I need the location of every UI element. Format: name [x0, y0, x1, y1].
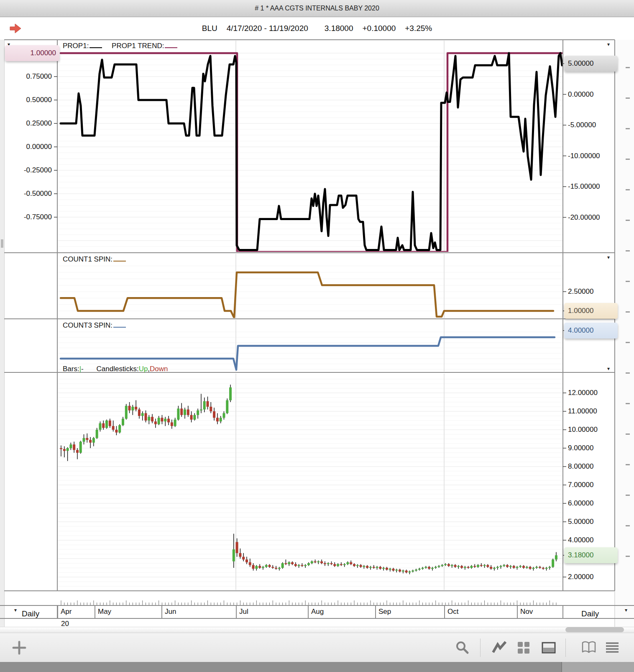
- month-label: Oct: [444, 606, 517, 618]
- prop1-header: PROP1: PROP1 TREND:: [63, 42, 178, 50]
- search-icon[interactable]: [454, 639, 470, 656]
- clipped-neighbor-fragment: [626, 556, 630, 557]
- bars-label[interactable]: Bars:: [63, 365, 79, 373]
- change-label: +0.10000: [362, 24, 396, 33]
- clipped-neighbor-fragment: [626, 342, 630, 343]
- prop1-right-axis-menu-icon[interactable]: ▾: [607, 42, 610, 47]
- axis-tick-label: 8.00000: [568, 462, 614, 471]
- axis-tick-label: -0.75000: [6, 213, 52, 222]
- axis-tick-label: -10.00000: [568, 151, 614, 161]
- right-window-edge: [616, 40, 634, 627]
- clipped-neighbor-fragment: [626, 495, 630, 496]
- axis-tick-label: -15.00000: [568, 182, 614, 191]
- count1-line-swatch: [113, 255, 126, 262]
- change-percent-label: +3.25%: [405, 24, 432, 33]
- toolbar-separator: [565, 639, 566, 657]
- charts-canvas: [0, 0, 634, 672]
- left-edge-mark: [1, 239, 3, 248]
- count3-label[interactable]: COUNT3 SPIN:: [63, 321, 112, 329]
- info-bar: BLU 4/17/2020 - 11/19/2020 3.18000 +0.10…: [0, 17, 634, 40]
- book-icon[interactable]: [580, 639, 597, 656]
- axis-tick-label: 9.00000: [568, 444, 614, 453]
- axis-tick-label: -5.00000: [568, 121, 614, 130]
- price-axis-menu-icon[interactable]: ▾: [607, 366, 610, 371]
- axis-tick-label: 10.00000: [568, 425, 614, 434]
- bars-dash-glyph: -: [81, 365, 84, 373]
- month-label: Apr: [57, 606, 95, 618]
- bottom-toolbar: [0, 633, 634, 662]
- axis-highlight-value: 5.00000: [564, 56, 618, 72]
- count3-line-swatch: [113, 321, 126, 328]
- month-label: Sep: [375, 606, 444, 618]
- clipped-neighbor-fragment: [626, 464, 630, 465]
- date-range-label: 4/17/2020 - 11/19/2020: [227, 24, 308, 33]
- month-label: Jul: [236, 606, 308, 618]
- axis-tick-label: 6.00000: [568, 499, 614, 508]
- clipped-neighbor-fragment: [626, 372, 630, 374]
- clipped-neighbor-fragment: [626, 433, 630, 435]
- axis-tick-label: 0.25000: [6, 119, 52, 128]
- period-selector-left[interactable]: Daily: [22, 609, 39, 618]
- bottom-status-bar: [0, 662, 634, 672]
- prop1-label[interactable]: PROP1:: [63, 42, 89, 50]
- window-title: # 1 * AAA CGTS INTERNALS BABY 2020: [255, 5, 379, 12]
- prop1-line-swatch: [89, 42, 102, 48]
- clipped-neighbor-fragment: [626, 525, 630, 526]
- clipped-neighbor-fragment: [626, 97, 630, 99]
- left-window-edge: [0, 40, 5, 627]
- count3-header: COUNT3 SPIN:: [63, 321, 127, 330]
- axis-tick-label: 4.00000: [568, 536, 614, 545]
- app-window: # 1 * AAA CGTS INTERNALS BABY 2020 BLU 4…: [0, 0, 634, 672]
- add-button[interactable]: [11, 639, 28, 656]
- clipped-neighbor-fragment: [626, 67, 630, 68]
- quote-summary: BLU 4/17/2020 - 11/19/2020 3.18000 +0.10…: [0, 17, 634, 40]
- clipped-neighbor-fragment: [626, 281, 630, 282]
- axis-tick-label: -20.00000: [568, 213, 614, 222]
- axis-tick-label: 2.50000: [568, 287, 614, 296]
- grid-layout-icon[interactable]: [515, 639, 532, 656]
- axis-highlight-value: 1.00000: [564, 303, 618, 319]
- prop1-trend-line-swatch: [165, 42, 177, 48]
- line-chart-icon[interactable]: [491, 639, 508, 656]
- axis-tick-label: 0.75000: [6, 72, 52, 81]
- axis-tick-label: 0.00000: [568, 90, 614, 99]
- clipped-neighbor-fragment: [626, 250, 630, 251]
- clipped-neighbor-fragment: [626, 159, 630, 160]
- panel-layout-icon[interactable]: [540, 639, 557, 656]
- symbol-label: BLU: [202, 24, 217, 33]
- axis-tick-label: 0.50000: [6, 95, 52, 105]
- axis-tick-label: 0.00000: [6, 142, 52, 151]
- candlesticks-label[interactable]: Candlesticks:: [97, 365, 139, 373]
- month-label: Jun: [161, 606, 236, 618]
- last-price-label: 3.18000: [325, 24, 353, 33]
- clipped-neighbor-fragment: [626, 128, 630, 129]
- month-label: Nov: [517, 606, 563, 618]
- horizontal-scrollbar-track[interactable]: [0, 627, 634, 633]
- horizontal-scrollbar-thumb[interactable]: [565, 627, 624, 632]
- axis-highlight-value: 1.00000: [5, 45, 59, 61]
- clipped-neighbor-fragment: [626, 403, 630, 404]
- axis-tick-label: 5.00000: [568, 517, 614, 526]
- month-label: May: [95, 606, 161, 618]
- list-icon[interactable]: [604, 639, 621, 656]
- axis-tick-label: 11.00000: [568, 407, 614, 416]
- prop1-trend-label[interactable]: PROP1 TREND:: [112, 42, 164, 50]
- axis-tick-label: -0.25000: [6, 166, 52, 175]
- axis-tick-label: -0.50000: [6, 189, 52, 198]
- clipped-neighbor-fragment: [626, 220, 630, 221]
- price-header: Bars:|- Candlesticks:Up,Down: [63, 365, 168, 373]
- axis-tick-label: 12.00000: [568, 388, 614, 398]
- period-selector-right[interactable]: Daily: [581, 609, 599, 618]
- axis-tick-label: 7.00000: [568, 480, 614, 490]
- window-title-bar[interactable]: # 1 * AAA CGTS INTERNALS BABY 2020: [0, 0, 634, 17]
- count1-axis-menu-icon[interactable]: ▾: [607, 255, 610, 260]
- axis-tick-label: 2.00000: [568, 572, 614, 582]
- count1-header: COUNT1 SPIN:: [63, 255, 127, 264]
- bottom-status-bar-right: [561, 662, 634, 672]
- count1-label[interactable]: COUNT1 SPIN:: [63, 255, 112, 263]
- candles-down-label: Down: [150, 365, 168, 373]
- axis-highlight-value: 4.00000: [564, 323, 618, 339]
- toolbar-separator: [480, 639, 481, 657]
- month-label: Aug: [308, 606, 375, 618]
- clipped-neighbor-fragment: [626, 311, 630, 313]
